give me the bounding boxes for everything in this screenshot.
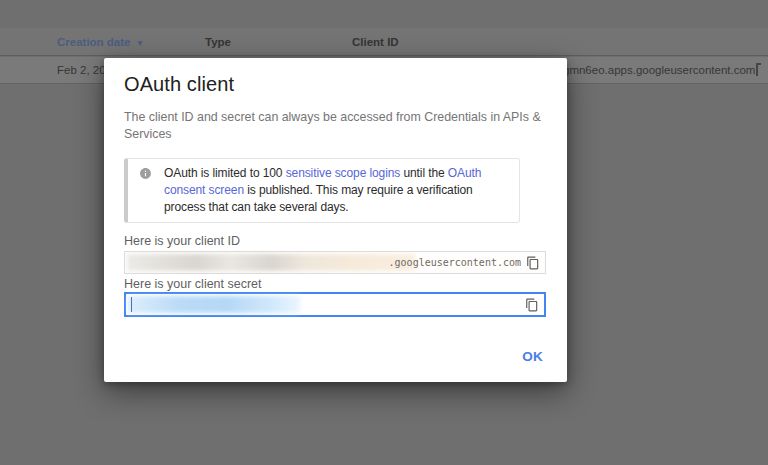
sort-caret-icon: ▾ (138, 38, 143, 48)
text-cursor (131, 297, 132, 312)
client-secret-field[interactable] (124, 292, 546, 317)
dialog-title: OAuth client (124, 73, 234, 96)
client-secret-label: Here is your client secret (124, 277, 262, 291)
row-client-id-fragment: gmn6eo.apps.googleusercontent.com (563, 64, 755, 76)
column-header-type: Type (205, 36, 231, 48)
copy-client-id-button[interactable] (525, 255, 541, 271)
row-copy-icon-partial[interactable] (756, 63, 761, 76)
client-id-label: Here is your client ID (124, 234, 240, 248)
table-header-row: Creation date ▾ Type Client ID (0, 28, 768, 56)
redacted-client-id (127, 254, 415, 271)
column-header-client-id: Client ID (352, 36, 399, 48)
dialog-subtitle: The client ID and secret can always be a… (124, 109, 554, 143)
ok-button[interactable]: OK (516, 345, 549, 368)
content-copy-icon (525, 298, 539, 312)
info-text-part-2: until the (400, 166, 448, 180)
info-banner: OAuth is limited to 100 sensitive scope … (124, 158, 520, 223)
column-header-creation-date[interactable]: Creation date ▾ (57, 36, 142, 48)
info-icon (139, 167, 152, 180)
client-id-visible-suffix: .googleusercontent.com (389, 257, 521, 268)
client-id-field[interactable]: 9 .googleusercontent.com (124, 251, 546, 274)
oauth-client-dialog: OAuth client The client ID and secret ca… (104, 58, 567, 382)
column-header-creation-date-label: Creation date (57, 36, 131, 48)
redacted-client-secret (128, 296, 300, 313)
info-text-part-1: OAuth is limited to 100 (164, 166, 286, 180)
copy-client-secret-button[interactable] (524, 297, 540, 313)
sensitive-scope-logins-link[interactable]: sensitive scope logins (286, 166, 401, 180)
content-copy-icon (526, 256, 540, 270)
